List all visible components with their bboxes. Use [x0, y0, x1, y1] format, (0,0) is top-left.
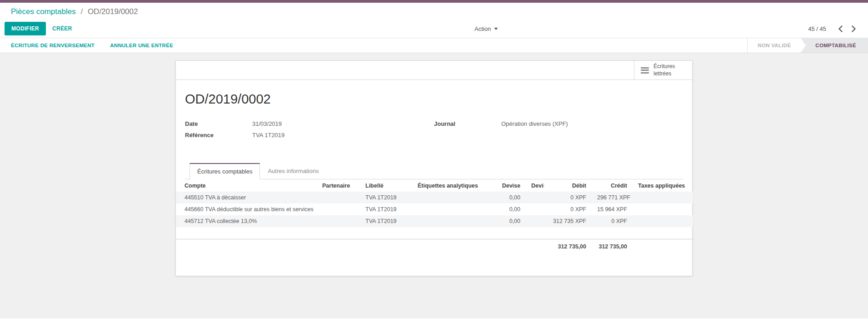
cell-devise-2[interactable] — [526, 203, 544, 215]
table-row[interactable]: 445510 TVA à décaisser TVA 1T2019 0,00 0… — [176, 192, 693, 203]
ecriture-de-renversement-button[interactable]: ÉCRITURE DE RENVERSEMENT — [11, 43, 95, 48]
cell-credit[interactable]: 296 771 XPF — [592, 192, 633, 203]
empty-row — [176, 227, 693, 239]
total-credit: 312 735,00 — [592, 239, 633, 254]
column-header-libelle[interactable]: Libellé — [360, 179, 412, 192]
form-sheet: Écritures lettrées OD/2019/0002 Date 31/… — [175, 60, 693, 276]
pager-counter: 45 / 45 — [808, 25, 826, 32]
ecritures-lettrees-label: Écritures lettrées — [653, 63, 675, 77]
action-dropdown-label: Action — [474, 25, 491, 32]
pager-previous-button[interactable] — [837, 25, 844, 33]
cell-debit[interactable]: 0 XPF — [544, 203, 592, 215]
date-label: Date — [185, 120, 252, 127]
journal-value: Opération diverses (XPF) — [501, 120, 568, 127]
pager-next-button[interactable] — [850, 25, 857, 33]
column-header-devise-1[interactable]: Devise — [487, 179, 526, 192]
column-header-credit[interactable]: Crédit — [592, 179, 633, 192]
ecritures-lettrees-label-line1: Écritures — [653, 63, 675, 70]
breadcrumb: Pièces comptables / OD/2019/0002 — [0, 3, 868, 20]
statusbar: ÉCRITURE DE RENVERSEMENT ANNULER UNE ENT… — [0, 38, 868, 53]
document-title: OD/2019/0002 — [185, 92, 683, 107]
cell-devise-1[interactable]: 0,00 — [487, 215, 526, 227]
totals-row: 312 735,00 312 735,00 — [176, 239, 693, 254]
status-steps: NON VALIDÉ COMPTABILISÉ — [747, 38, 868, 53]
chevron-left-icon — [838, 25, 843, 32]
cell-etiquettes[interactable] — [412, 203, 487, 215]
ecritures-lettrees-button[interactable]: Écritures lettrées — [634, 61, 692, 79]
cell-taxes[interactable] — [633, 192, 693, 203]
annuler-une-entree-button[interactable]: ANNULER UNE ENTRÉE — [110, 43, 173, 48]
control-panel: MODIFIER CRÉER Action 45 / 45 — [0, 20, 868, 38]
sheet-button-box: Écritures lettrées — [176, 61, 692, 80]
cell-partenaire[interactable] — [317, 192, 360, 203]
tab-ecritures-comptables[interactable]: Écritures comptables — [190, 163, 260, 179]
creer-button[interactable]: CRÉER — [46, 22, 79, 35]
ecritures-lettrees-label-line2: lettrées — [653, 70, 675, 78]
cell-compte[interactable]: 445712 TVA collectée 13,0% — [176, 215, 317, 227]
field-group: Date 31/03/2019 Référence TVA 1T2019 Jou… — [185, 120, 683, 143]
column-header-devise-2[interactable]: Devise — [526, 179, 544, 192]
table-row[interactable]: 445660 TVA déductible sur autres biens e… — [176, 203, 693, 215]
cell-taxes[interactable] — [633, 203, 693, 215]
chevron-right-icon — [851, 25, 856, 32]
cell-devise-1[interactable]: 0,00 — [487, 192, 526, 203]
cell-credit[interactable]: 15 964 XPF — [592, 203, 633, 215]
cell-taxes[interactable] — [633, 215, 693, 227]
cell-libelle[interactable]: TVA 1T2019 — [360, 203, 412, 215]
cell-etiquettes[interactable] — [412, 215, 487, 227]
table-row[interactable]: 445712 TVA collectée 13,0% TVA 1T2019 0,… — [176, 215, 693, 227]
content-area: Écritures lettrées OD/2019/0002 Date 31/… — [0, 53, 868, 318]
cell-etiquettes[interactable] — [412, 192, 487, 203]
hamburger-menu-icon — [641, 66, 649, 74]
journal-label: Journal — [434, 120, 501, 127]
journal-items-table: Compte Partenaire Libellé Étiquettes ana… — [176, 179, 693, 254]
reference-label: Référence — [185, 132, 252, 139]
tab-autres-informations[interactable]: Autres informations — [260, 163, 326, 179]
breadcrumb-parent-link[interactable]: Pièces comptables — [11, 7, 76, 16]
breadcrumb-separator: / — [80, 7, 83, 16]
modifier-button[interactable]: MODIFIER — [5, 22, 46, 35]
cell-debit[interactable]: 312 735 XPF — [544, 215, 592, 227]
cell-partenaire[interactable] — [317, 203, 360, 215]
column-header-debit[interactable]: Débit — [544, 179, 592, 192]
column-header-partenaire[interactable]: Partenaire — [317, 179, 360, 192]
action-dropdown[interactable]: Action — [474, 25, 498, 32]
cell-compte[interactable]: 445660 TVA déductible sur autres biens e… — [176, 203, 317, 215]
cell-partenaire[interactable] — [317, 215, 360, 227]
cell-compte[interactable]: 445510 TVA à décaisser — [176, 192, 317, 203]
cell-devise-2[interactable] — [526, 192, 544, 203]
cell-libelle[interactable]: TVA 1T2019 — [360, 215, 412, 227]
status-step-comptabilise[interactable]: COMPTABILISÉ — [801, 38, 868, 53]
cell-devise-2[interactable] — [526, 215, 544, 227]
breadcrumb-current: OD/2019/0002 — [88, 7, 138, 16]
column-header-taxes[interactable]: Taxes appliquées — [633, 179, 693, 192]
caret-down-icon — [494, 28, 498, 30]
notebook-tabs: Écritures comptables Autres informations — [185, 163, 683, 179]
date-value: 31/03/2019 — [252, 120, 282, 127]
cell-debit[interactable]: 0 XPF — [544, 192, 592, 203]
column-header-etiquettes[interactable]: Étiquettes analytiques — [412, 179, 487, 192]
table-header-row: Compte Partenaire Libellé Étiquettes ana… — [176, 179, 693, 192]
total-debit: 312 735,00 — [544, 239, 592, 254]
cell-libelle[interactable]: TVA 1T2019 — [360, 192, 412, 203]
cell-devise-1[interactable]: 0,00 — [487, 203, 526, 215]
cell-credit[interactable]: 0 XPF — [592, 215, 633, 227]
status-step-non-valide[interactable]: NON VALIDÉ — [747, 38, 801, 53]
column-header-compte[interactable]: Compte — [176, 179, 317, 192]
reference-value: TVA 1T2019 — [252, 132, 284, 139]
